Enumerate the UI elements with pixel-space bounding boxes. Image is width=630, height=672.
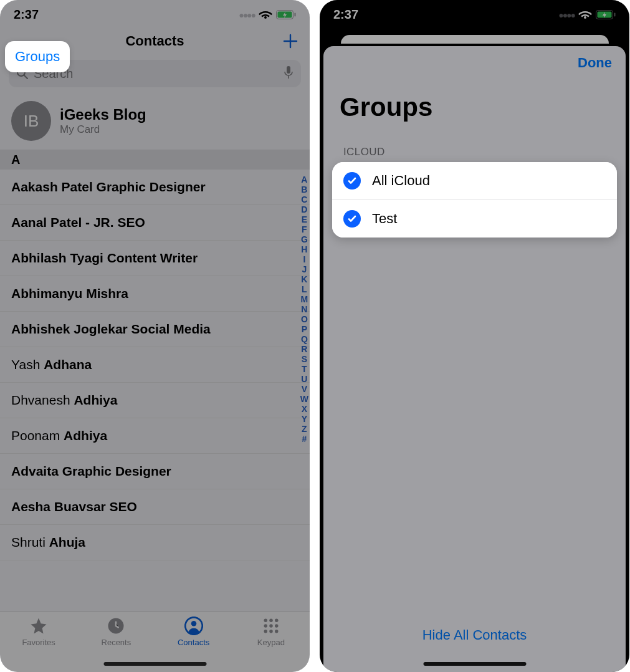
- svg-rect-2: [295, 13, 296, 17]
- contact-row[interactable]: Aanal Patel - JR. SEO: [0, 205, 310, 241]
- add-contact-button[interactable]: [280, 31, 301, 52]
- group-row[interactable]: All iCloud: [332, 162, 617, 199]
- groups-button[interactable]: Groups: [5, 41, 70, 72]
- sheet-title: Groups: [323, 80, 626, 131]
- sheet-handle: [341, 35, 609, 44]
- my-card-text: iGeeks Blog My Card: [60, 106, 146, 136]
- alphabet-index[interactable]: ABCDEFGHIJKLMNOPQRSTUVWXYZ#: [300, 175, 308, 444]
- svg-point-9: [264, 619, 267, 623]
- svg-point-12: [264, 624, 267, 628]
- section-header: A: [0, 150, 310, 170]
- wifi-icon: [578, 10, 592, 20]
- index-letter[interactable]: H: [301, 244, 307, 254]
- svg-point-10: [269, 619, 273, 623]
- my-card-name: iGeeks Blog: [60, 106, 146, 123]
- index-letter[interactable]: F: [302, 224, 307, 234]
- index-letter[interactable]: W: [300, 394, 308, 404]
- contact-row[interactable]: Advaita Graphic Designer: [0, 454, 310, 489]
- home-indicator[interactable]: [423, 662, 526, 666]
- status-bar: 2:37 ●●●●: [0, 0, 310, 27]
- tab-favorites[interactable]: Favorites: [1, 617, 75, 672]
- index-letter[interactable]: S: [302, 354, 307, 364]
- contact-row[interactable]: Aakash Patel Graphic Designer: [0, 170, 310, 205]
- wifi-icon: [259, 10, 272, 20]
- group-label: All iCloud: [372, 173, 430, 189]
- done-button[interactable]: Done: [578, 55, 612, 71]
- my-card-sub: My Card: [60, 123, 146, 136]
- index-letter[interactable]: U: [301, 374, 307, 384]
- mic-icon: [284, 65, 294, 79]
- groups-list: All iCloudTest: [332, 162, 617, 238]
- contact-row[interactable]: Abhimanyu Mishra: [0, 276, 310, 312]
- clock-icon: [107, 617, 125, 635]
- groups-screen: 2:37 ●●●● Done Groups ICLOUD Hide All Co…: [320, 0, 629, 672]
- battery-charging-icon: [596, 10, 616, 19]
- checkmark-icon: [343, 172, 361, 190]
- index-letter[interactable]: A: [301, 175, 307, 185]
- contact-row[interactable]: Shruti Ahuja: [0, 525, 310, 560]
- group-row[interactable]: Test: [332, 199, 617, 238]
- my-card[interactable]: IB iGeeks Blog My Card: [0, 92, 310, 150]
- cellular-signal-icon: ●●●●: [239, 10, 255, 20]
- star-icon: [29, 617, 48, 635]
- index-letter[interactable]: Z: [302, 424, 307, 434]
- sheet-nav: Done: [323, 46, 626, 80]
- group-label: Test: [372, 211, 397, 227]
- index-letter[interactable]: Q: [301, 334, 308, 344]
- contact-row[interactable]: Abhishek Joglekar Social Media: [0, 312, 310, 347]
- index-letter[interactable]: D: [301, 204, 307, 214]
- contacts-icon: [184, 617, 203, 635]
- svg-point-15: [264, 630, 267, 633]
- svg-rect-20: [614, 13, 616, 17]
- index-letter[interactable]: E: [302, 214, 307, 224]
- index-letter[interactable]: N: [301, 304, 307, 314]
- contact-row[interactable]: Abhilash Tyagi Content Writer: [0, 241, 310, 276]
- index-letter[interactable]: V: [302, 384, 307, 394]
- checkmark-icon: [343, 210, 361, 228]
- contact-row[interactable]: Poonam Adhiya: [0, 418, 310, 454]
- index-letter[interactable]: K: [301, 274, 307, 284]
- svg-point-17: [275, 630, 279, 633]
- index-letter[interactable]: X: [302, 404, 307, 414]
- index-letter[interactable]: L: [302, 284, 307, 294]
- contact-row[interactable]: Yash Adhana: [0, 347, 310, 383]
- groups-button-label: Groups: [15, 49, 60, 64]
- contact-list[interactable]: Aakash Patel Graphic DesignerAanal Patel…: [0, 170, 310, 560]
- home-indicator[interactable]: [103, 662, 206, 666]
- index-letter[interactable]: O: [301, 314, 308, 324]
- index-letter[interactable]: #: [302, 434, 307, 444]
- svg-point-8: [191, 621, 196, 626]
- index-letter[interactable]: C: [301, 194, 307, 204]
- index-letter[interactable]: G: [301, 234, 308, 244]
- svg-point-13: [269, 624, 273, 628]
- contacts-screen: 2:37 ●●●● Contacts Groups Search IB iGee…: [0, 0, 310, 672]
- index-letter[interactable]: I: [303, 254, 305, 264]
- contact-row[interactable]: Aesha Buavsar SEO: [0, 489, 310, 525]
- tab-keypad[interactable]: Keypad: [234, 617, 308, 672]
- svg-point-16: [269, 630, 273, 633]
- contact-row[interactable]: Dhvanesh Adhiya: [0, 383, 310, 418]
- index-letter[interactable]: P: [302, 324, 307, 334]
- status-time: 2:37: [14, 7, 39, 22]
- plus-icon: [282, 32, 299, 50]
- svg-rect-5: [287, 66, 290, 74]
- index-letter[interactable]: J: [302, 264, 307, 274]
- index-letter[interactable]: Y: [302, 414, 307, 424]
- cellular-signal-icon: ●●●●: [558, 10, 575, 20]
- avatar: IB: [11, 101, 51, 141]
- svg-point-14: [275, 624, 279, 628]
- index-letter[interactable]: M: [301, 294, 308, 304]
- hide-all-contacts-button[interactable]: Hide All Contacts: [323, 627, 626, 643]
- svg-point-11: [275, 619, 279, 623]
- status-time: 2:37: [333, 7, 358, 22]
- index-letter[interactable]: R: [301, 344, 307, 354]
- status-icons: ●●●●: [558, 10, 616, 20]
- group-section-label: ICLOUD: [323, 131, 626, 163]
- keypad-icon: [262, 617, 280, 635]
- svg-line-4: [24, 75, 27, 79]
- groups-sheet: Done Groups ICLOUD Hide All Contacts: [323, 46, 626, 672]
- battery-charging-icon: [276, 10, 296, 19]
- index-letter[interactable]: B: [301, 185, 307, 194]
- dictate-button[interactable]: [284, 65, 294, 82]
- index-letter[interactable]: T: [302, 364, 307, 374]
